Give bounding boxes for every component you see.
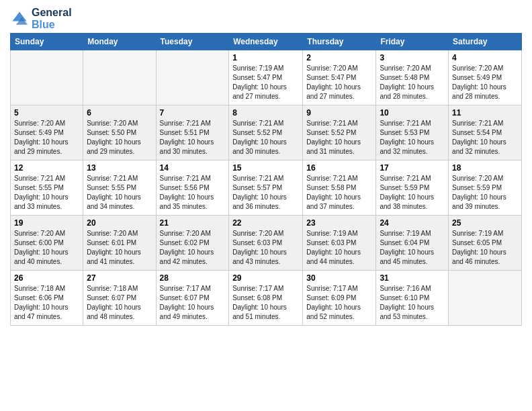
day-info: Sunrise: 7:19 AMSunset: 6:05 PMDaylight:… bbox=[452, 229, 518, 267]
day-info: Sunrise: 7:21 AMSunset: 5:55 PMDaylight:… bbox=[14, 174, 79, 212]
day-info: Sunrise: 7:21 AMSunset: 5:55 PMDaylight:… bbox=[87, 174, 152, 212]
day-info: Sunrise: 7:18 AMSunset: 6:07 PMDaylight:… bbox=[87, 284, 152, 322]
calendar-week-row: 12Sunrise: 7:21 AMSunset: 5:55 PMDayligh… bbox=[11, 161, 522, 216]
day-info: Sunrise: 7:17 AMSunset: 6:09 PMDaylight:… bbox=[306, 284, 372, 322]
calendar-cell: 5Sunrise: 7:20 AMSunset: 5:49 PMDaylight… bbox=[11, 105, 83, 161]
calendar-cell: 17Sunrise: 7:21 AMSunset: 5:59 PMDayligh… bbox=[376, 161, 449, 216]
day-info: Sunrise: 7:21 AMSunset: 5:59 PMDaylight:… bbox=[380, 174, 445, 212]
calendar-cell: 12Sunrise: 7:21 AMSunset: 5:55 PMDayligh… bbox=[11, 161, 83, 216]
day-info: Sunrise: 7:19 AMSunset: 5:47 PMDaylight:… bbox=[232, 64, 299, 101]
calendar-cell: 16Sunrise: 7:21 AMSunset: 5:58 PMDayligh… bbox=[303, 161, 376, 216]
calendar-cell: 30Sunrise: 7:17 AMSunset: 6:09 PMDayligh… bbox=[303, 271, 376, 326]
calendar-cell: 15Sunrise: 7:21 AMSunset: 5:57 PMDayligh… bbox=[229, 161, 303, 216]
calendar-cell bbox=[449, 271, 522, 326]
day-info: Sunrise: 7:19 AMSunset: 6:04 PMDaylight:… bbox=[380, 229, 445, 267]
calendar-cell: 26Sunrise: 7:18 AMSunset: 6:06 PMDayligh… bbox=[11, 271, 83, 326]
calendar-cell: 14Sunrise: 7:21 AMSunset: 5:56 PMDayligh… bbox=[156, 161, 229, 216]
weekday-header-monday: Monday bbox=[83, 34, 156, 50]
day-number: 1 bbox=[232, 53, 299, 62]
day-info: Sunrise: 7:20 AMSunset: 5:48 PMDaylight:… bbox=[380, 64, 445, 101]
calendar-cell: 10Sunrise: 7:21 AMSunset: 5:53 PMDayligh… bbox=[376, 105, 449, 161]
day-info: Sunrise: 7:21 AMSunset: 5:52 PMDaylight:… bbox=[232, 119, 299, 156]
day-info: Sunrise: 7:21 AMSunset: 5:58 PMDaylight:… bbox=[306, 174, 372, 212]
calendar-week-row: 5Sunrise: 7:20 AMSunset: 5:49 PMDaylight… bbox=[11, 105, 522, 161]
day-info: Sunrise: 7:21 AMSunset: 5:54 PMDaylight:… bbox=[452, 119, 518, 156]
day-number: 5 bbox=[14, 108, 79, 118]
day-info: Sunrise: 7:20 AMSunset: 5:50 PMDaylight:… bbox=[87, 119, 152, 156]
weekday-header-saturday: Saturday bbox=[449, 34, 522, 50]
header: General Blue bbox=[10, 7, 522, 30]
logo-icon bbox=[10, 9, 29, 28]
day-number: 6 bbox=[87, 108, 152, 118]
day-info: Sunrise: 7:17 AMSunset: 6:08 PMDaylight:… bbox=[232, 284, 299, 322]
day-number: 9 bbox=[306, 108, 372, 118]
day-info: Sunrise: 7:20 AMSunset: 5:47 PMDaylight:… bbox=[306, 64, 372, 101]
calendar-cell: 21Sunrise: 7:20 AMSunset: 6:02 PMDayligh… bbox=[156, 216, 229, 271]
day-number: 15 bbox=[232, 163, 299, 173]
calendar-cell bbox=[156, 50, 229, 105]
calendar-cell: 19Sunrise: 7:20 AMSunset: 6:00 PMDayligh… bbox=[11, 216, 83, 271]
calendar-cell: 2Sunrise: 7:20 AMSunset: 5:47 PMDaylight… bbox=[303, 50, 376, 105]
day-info: Sunrise: 7:17 AMSunset: 6:07 PMDaylight:… bbox=[160, 284, 226, 322]
day-info: Sunrise: 7:21 AMSunset: 5:57 PMDaylight:… bbox=[232, 174, 299, 212]
day-number: 10 bbox=[380, 108, 445, 118]
weekday-header-row: SundayMondayTuesdayWednesdayThursdayFrid… bbox=[11, 34, 522, 50]
day-number: 20 bbox=[87, 218, 152, 228]
logo: General Blue bbox=[10, 7, 72, 30]
weekday-header-tuesday: Tuesday bbox=[156, 34, 229, 50]
day-info: Sunrise: 7:21 AMSunset: 5:51 PMDaylight:… bbox=[160, 119, 226, 156]
weekday-header-friday: Friday bbox=[376, 34, 449, 50]
day-number: 30 bbox=[306, 273, 372, 283]
day-number: 12 bbox=[14, 163, 79, 173]
calendar-cell: 22Sunrise: 7:20 AMSunset: 6:03 PMDayligh… bbox=[229, 216, 303, 271]
calendar-cell bbox=[11, 50, 83, 105]
calendar-cell: 13Sunrise: 7:21 AMSunset: 5:55 PMDayligh… bbox=[83, 161, 156, 216]
calendar-week-row: 26Sunrise: 7:18 AMSunset: 6:06 PMDayligh… bbox=[11, 271, 522, 326]
day-number: 11 bbox=[452, 108, 518, 118]
day-info: Sunrise: 7:19 AMSunset: 6:03 PMDaylight:… bbox=[306, 229, 372, 267]
calendar-cell: 25Sunrise: 7:19 AMSunset: 6:05 PMDayligh… bbox=[449, 216, 522, 271]
day-number: 27 bbox=[87, 273, 152, 283]
calendar-cell bbox=[83, 50, 156, 105]
day-number: 31 bbox=[380, 273, 445, 283]
calendar-cell: 6Sunrise: 7:20 AMSunset: 5:50 PMDaylight… bbox=[83, 105, 156, 161]
calendar-cell: 23Sunrise: 7:19 AMSunset: 6:03 PMDayligh… bbox=[303, 216, 376, 271]
calendar-cell: 11Sunrise: 7:21 AMSunset: 5:54 PMDayligh… bbox=[449, 105, 522, 161]
day-info: Sunrise: 7:20 AMSunset: 5:59 PMDaylight:… bbox=[452, 174, 518, 212]
day-number: 19 bbox=[14, 218, 79, 228]
weekday-header-wednesday: Wednesday bbox=[229, 34, 303, 50]
calendar-cell: 24Sunrise: 7:19 AMSunset: 6:04 PMDayligh… bbox=[376, 216, 449, 271]
day-number: 2 bbox=[306, 53, 372, 62]
day-number: 13 bbox=[87, 163, 152, 173]
day-number: 21 bbox=[160, 218, 226, 228]
calendar-cell: 27Sunrise: 7:18 AMSunset: 6:07 PMDayligh… bbox=[83, 271, 156, 326]
calendar-cell: 1Sunrise: 7:19 AMSunset: 5:47 PMDaylight… bbox=[229, 50, 303, 105]
day-number: 3 bbox=[380, 53, 445, 62]
day-number: 4 bbox=[452, 53, 518, 62]
day-number: 29 bbox=[232, 273, 299, 283]
calendar-week-row: 1Sunrise: 7:19 AMSunset: 5:47 PMDaylight… bbox=[11, 50, 522, 105]
day-info: Sunrise: 7:20 AMSunset: 6:02 PMDaylight:… bbox=[160, 229, 226, 267]
day-info: Sunrise: 7:20 AMSunset: 5:49 PMDaylight:… bbox=[452, 64, 518, 101]
calendar-cell: 29Sunrise: 7:17 AMSunset: 6:08 PMDayligh… bbox=[229, 271, 303, 326]
day-number: 14 bbox=[160, 163, 226, 173]
calendar-cell: 7Sunrise: 7:21 AMSunset: 5:51 PMDaylight… bbox=[156, 105, 229, 161]
day-info: Sunrise: 7:21 AMSunset: 5:53 PMDaylight:… bbox=[380, 119, 445, 156]
svg-marker-0 bbox=[13, 11, 27, 21]
calendar-cell: 20Sunrise: 7:20 AMSunset: 6:01 PMDayligh… bbox=[83, 216, 156, 271]
calendar-cell: 9Sunrise: 7:21 AMSunset: 5:52 PMDaylight… bbox=[303, 105, 376, 161]
day-number: 26 bbox=[14, 273, 79, 283]
day-number: 28 bbox=[160, 273, 226, 283]
calendar-table: SundayMondayTuesdayWednesdayThursdayFrid… bbox=[10, 33, 522, 326]
day-number: 7 bbox=[160, 108, 226, 118]
day-number: 8 bbox=[232, 108, 299, 118]
day-info: Sunrise: 7:20 AMSunset: 6:00 PMDaylight:… bbox=[14, 229, 79, 267]
day-number: 17 bbox=[380, 163, 445, 173]
calendar-cell: 3Sunrise: 7:20 AMSunset: 5:48 PMDaylight… bbox=[376, 50, 449, 105]
day-number: 22 bbox=[232, 218, 299, 228]
calendar-cell: 4Sunrise: 7:20 AMSunset: 5:49 PMDaylight… bbox=[449, 50, 522, 105]
calendar-cell: 28Sunrise: 7:17 AMSunset: 6:07 PMDayligh… bbox=[156, 271, 229, 326]
day-info: Sunrise: 7:20 AMSunset: 5:49 PMDaylight:… bbox=[14, 119, 79, 156]
day-number: 24 bbox=[380, 218, 445, 228]
day-info: Sunrise: 7:16 AMSunset: 6:10 PMDaylight:… bbox=[380, 284, 445, 322]
